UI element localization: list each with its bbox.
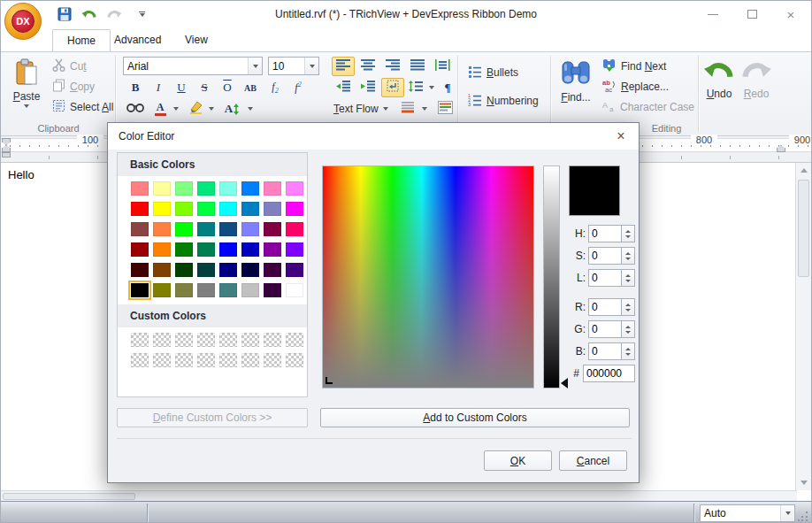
underline-button[interactable]: U [170,78,193,97]
basic-color-swatch[interactable] [175,263,193,277]
paste-button[interactable]: Paste [6,55,47,122]
vertical-scrollbar[interactable] [795,163,811,490]
color-field-cursor[interactable] [326,377,333,384]
overline-button[interactable]: O [216,78,239,97]
highlight-button[interactable] [186,99,205,119]
basic-color-swatch[interactable] [264,263,281,277]
spin-up-icon[interactable] [625,326,631,328]
superscript-button[interactable]: f2 [287,78,310,97]
custom-color-slot[interactable] [175,353,193,367]
spin-up-icon[interactable] [625,348,631,350]
basic-color-swatch[interactable] [219,263,237,277]
basic-color-swatch[interactable] [241,181,259,196]
subscript-button[interactable]: f2 [264,78,287,97]
custom-color-slot[interactable] [131,353,149,367]
basic-color-swatch[interactable] [197,202,215,216]
spinner-buttons[interactable] [621,247,635,265]
grow-font-dropdown[interactable] [244,99,256,119]
align-left-button[interactable] [332,57,355,76]
numbering-button[interactable]: 123 Numbering [464,91,542,111]
basic-color-swatch[interactable] [131,222,149,236]
close-button[interactable]: × [778,5,804,23]
basic-color-swatch[interactable] [153,263,171,277]
basic-color-swatch[interactable] [219,242,237,257]
copy-button[interactable]: Copy [49,77,98,96]
justify-button[interactable] [406,57,429,76]
font-size-input[interactable] [269,58,304,74]
bullets-button[interactable]: Bullets [464,63,522,82]
basic-color-swatch[interactable] [241,202,259,216]
find-button[interactable]: Find... [555,55,596,122]
paragraph-borders-button[interactable] [434,99,456,119]
spinner-buttons[interactable] [621,298,635,316]
basic-color-swatch[interactable] [286,283,303,297]
field-input[interactable] [588,247,621,265]
application-menu-button[interactable]: DX [4,3,42,40]
custom-color-slot[interactable] [286,333,303,347]
customize-qat-button[interactable] [139,12,145,17]
hue-saturation-field[interactable] [322,165,534,388]
redo-button[interactable]: Redo [739,55,774,122]
minimize-button[interactable] [700,5,726,23]
custom-color-slot[interactable] [197,333,215,347]
spin-down-icon[interactable] [625,309,631,311]
horizontal-scrollbar-thumb[interactable] [3,493,135,500]
basic-color-swatch[interactable] [264,222,281,236]
text-wrap-button[interactable] [381,78,404,97]
custom-color-slot[interactable] [264,333,281,347]
spin-up-icon[interactable] [625,304,631,306]
spin-up-icon[interactable] [625,230,631,233]
fit-width-button[interactable] [431,57,454,76]
basic-color-swatch[interactable] [286,222,303,236]
basic-color-swatch[interactable] [286,181,303,196]
basic-color-swatch[interactable] [197,242,215,257]
basic-color-swatch[interactable] [286,242,303,257]
increase-indent-button[interactable] [356,78,379,97]
undo-button[interactable]: Undo [701,55,738,122]
custom-color-slot[interactable] [286,353,303,367]
basic-color-swatch[interactable] [219,222,237,236]
align-right-button[interactable] [381,57,404,76]
basic-color-swatch[interactable] [175,283,193,297]
left-indent-marker[interactable] [2,152,11,158]
basic-color-swatch[interactable] [219,202,237,216]
basic-color-swatch[interactable] [131,181,149,196]
basic-color-swatch[interactable] [131,202,149,216]
font-color-button[interactable]: A [150,99,170,119]
spin-down-icon[interactable] [625,258,631,260]
basic-color-swatch[interactable] [241,263,259,277]
spinner-buttons[interactable] [621,320,635,338]
basic-color-swatch[interactable] [175,181,193,196]
line-spacing-button[interactable] [406,78,425,97]
zoom-dropdown-button[interactable] [780,505,794,521]
spinner-buttons[interactable] [621,269,635,287]
basic-color-swatch[interactable] [175,222,193,236]
save-icon[interactable] [56,5,73,23]
formatting-marks-button[interactable]: ¶ [440,78,456,97]
custom-color-slot[interactable] [197,353,215,367]
strikethrough-button[interactable]: S [193,78,216,97]
line-spacing-dropdown[interactable] [425,78,437,97]
basic-color-swatch[interactable] [153,242,171,257]
hex-input[interactable] [583,365,635,382]
font-size-dropdown-button[interactable] [304,58,318,74]
basic-color-swatch[interactable] [153,202,171,216]
basic-color-swatch[interactable] [197,222,215,236]
custom-color-slot[interactable] [175,333,193,347]
basic-color-swatch[interactable] [131,242,149,257]
ok-button[interactable]: OK [484,450,552,471]
add-to-custom-colors-button[interactable]: Add to Custom Colors [320,408,630,427]
horizontal-scrollbar[interactable] [1,490,797,501]
field-input[interactable] [588,342,621,360]
tab-advanced[interactable]: Advanced [100,29,175,51]
basic-color-swatch[interactable] [219,181,237,196]
basic-color-swatch[interactable] [286,202,303,216]
font-family-input[interactable] [124,58,248,74]
scroll-up-button[interactable] [796,163,812,178]
tab-home[interactable]: Home [52,29,111,51]
custom-color-slot[interactable] [219,353,237,367]
basic-color-swatch[interactable] [241,242,259,257]
cut-button[interactable]: Cut [49,57,90,76]
field-input[interactable] [588,225,621,242]
paragraph-shading-dropdown[interactable] [418,99,430,119]
